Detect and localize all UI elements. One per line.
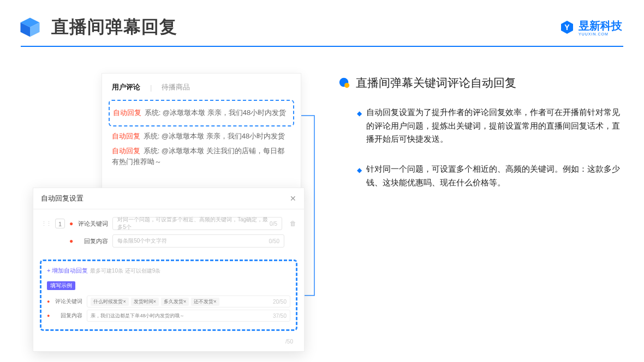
close-icon[interactable]: ✕ (290, 194, 296, 203)
tab-pending-products[interactable]: 待播商品 (162, 82, 190, 92)
keyword-row: ⋮⋮ 1 ● 评论关键词 对同一个问题，可设置多个相近、高频的关键词，Tag确定… (41, 217, 296, 230)
bullet-icon (338, 77, 350, 89)
brand-icon: Y (560, 20, 574, 34)
message-row: 自动回复 系统: @冰墩墩本墩 关注我们的店铺，每日都有热门推荐呦～ (112, 146, 291, 168)
add-auto-reply-link[interactable]: + 增加自动回复 (47, 267, 88, 274)
add-note: 最多可建10条 还可以创建9条 (90, 268, 160, 274)
footer-count: /50 (33, 339, 304, 351)
example-keyword-chips: 什么时候发货× 发货时间× 多久发货× 还不发货× 20/50 (87, 295, 290, 307)
chip[interactable]: 多久发货× (161, 298, 189, 306)
chip[interactable]: 还不发货× (191, 298, 219, 306)
chip[interactable]: 发货时间× (131, 298, 159, 306)
diamond-icon: ◆ (357, 165, 362, 189)
bullet-item: ◆ 针对同一个问题，可设置多个相近的、高频的关键词。例如：这款多少钱、这块能优惠… (357, 162, 622, 189)
chip[interactable]: 什么时候发货× (91, 298, 128, 306)
required-marker: ● (69, 220, 73, 227)
content-row: ● 回复内容 每条限50个中文字符 0/50 (41, 234, 296, 248)
delete-icon[interactable]: 🗑 (290, 220, 296, 227)
svg-text:Y: Y (564, 23, 570, 32)
comments-panel: 用户评论 | 待播商品 自动回复 系统: @冰墩墩本墩 亲亲，我们48小时内发货… (102, 73, 301, 198)
page-title: 直播间弹幕回复 (51, 15, 177, 39)
example-block: + 增加自动回复 最多可建10条 还可以创建9条 填写示例 ● 评论关键词 什么… (40, 260, 297, 331)
example-content-row: ● 回复内容 亲，我们这边都是下单48小时内发货的哦～ 37/50 (47, 310, 290, 322)
message-text: 系统: @冰墩墩本墩 亲亲，我们48小时内发货 (145, 108, 287, 117)
message-row: 自动回复 系统: @冰墩墩本墩 亲亲，我们48小时内发货 (112, 131, 291, 142)
example-badge: 填写示例 (47, 281, 75, 290)
cube-icon (19, 16, 41, 39)
keyword-input[interactable]: 对同一个问题，可设置多个相近、高频的关键词，Tag确定，最多5个 0/5 (112, 217, 282, 230)
diamond-icon: ◆ (357, 108, 362, 146)
highlighted-message: 自动回复 系统: @冰墩墩本墩 亲亲，我们48小时内发货 (109, 100, 294, 126)
section-title: 直播间弹幕关键词评论自动回复 (356, 75, 516, 90)
brand-name: 昱新科技 (579, 20, 622, 32)
row-index: 1 (55, 219, 65, 228)
bullet-item: ◆ 自动回复设置为了提升作者的评论回复效率，作者可在开播前针对常见的评论用户问题… (357, 106, 622, 146)
example-keyword-row: ● 评论关键词 什么时候发货× 发货时间× 多久发货× 还不发货× 20/50 (47, 295, 290, 307)
tab-user-comments[interactable]: 用户评论 (112, 82, 140, 92)
brand-logo: Y 昱新科技 YUUXIN.COM (560, 19, 622, 36)
svg-point-5 (344, 83, 349, 88)
content-label: 回复内容 (77, 237, 108, 245)
drag-handle-icon[interactable]: ⋮⋮ (41, 220, 51, 227)
auto-reply-tag: 自动回复 (113, 108, 141, 117)
settings-panel: 自动回复设置 ✕ ⋮⋮ 1 ● 评论关键词 对同一个问题，可设置多个相近、高频的… (33, 188, 305, 352)
brand-sub: YUUXIN.COM (579, 32, 622, 36)
example-content-text: 亲，我们这边都是下单48小时内发货的哦～ 37/50 (87, 310, 290, 322)
content-input[interactable]: 每条限50个中文字符 0/50 (112, 234, 284, 248)
keyword-label: 评论关键词 (77, 220, 108, 228)
tab-separator: | (150, 83, 152, 92)
settings-title: 自动回复设置 (41, 194, 84, 203)
